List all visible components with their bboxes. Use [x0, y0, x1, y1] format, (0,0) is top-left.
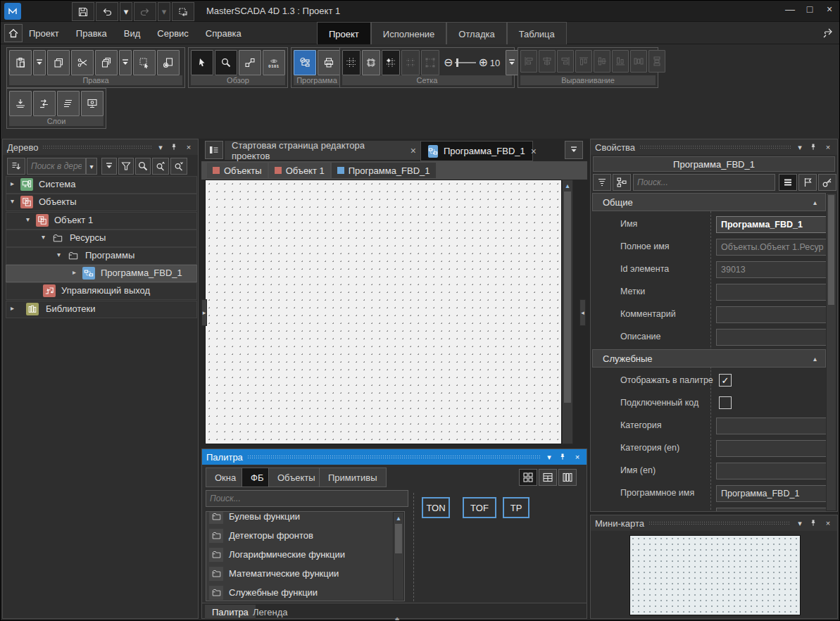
- snap-to-nodes-button[interactable]: [401, 50, 420, 75]
- paste-button[interactable]: [9, 50, 32, 75]
- category-field[interactable]: [716, 418, 826, 434]
- tags-field[interactable]: [716, 284, 826, 301]
- values-view-button[interactable]: 0101: [263, 50, 285, 75]
- palette-tab-objects[interactable]: Объекты: [268, 468, 325, 487]
- layer-order-button[interactable]: [33, 91, 56, 116]
- minimap-preview[interactable]: [629, 535, 801, 615]
- fbd-canvas[interactable]: [205, 180, 562, 444]
- tab-project[interactable]: Проект: [317, 22, 371, 45]
- tab-list-button[interactable]: [205, 141, 223, 159]
- connected-code-checkbox[interactable]: [719, 396, 732, 409]
- scrollbar-thumb[interactable]: [564, 192, 571, 403]
- block-tof[interactable]: TOF: [463, 497, 496, 518]
- section-general[interactable]: Общие▴: [592, 193, 826, 211]
- grid-size-slider[interactable]: [455, 62, 476, 63]
- undo-dropdown-button[interactable]: ▾: [120, 2, 132, 21]
- view-table-button[interactable]: [539, 469, 557, 486]
- cut-button[interactable]: [71, 50, 94, 75]
- close-button[interactable]: ×: [822, 4, 836, 15]
- tree-item-libraries[interactable]: ▸ Библиотеки: [6, 301, 197, 318]
- tree-search-input[interactable]: [27, 158, 86, 175]
- category-en-field[interactable]: [716, 440, 826, 457]
- list-item[interactable]: Служебные функции: [208, 584, 390, 601]
- tab-table[interactable]: Таблица: [507, 22, 567, 45]
- name-field[interactable]: Программа_FBD_1: [716, 216, 826, 233]
- canvas-vertical-scrollbar[interactable]: ▴: [562, 180, 573, 444]
- tree-item-programs[interactable]: ▾ Программы: [6, 247, 197, 265]
- print-grid-button[interactable]: [362, 50, 380, 75]
- close-icon[interactable]: ×: [823, 143, 833, 151]
- expander-icon[interactable]: ▾: [57, 251, 61, 258]
- tree-item-program-fbd1[interactable]: ▸ Программа_FBD_1: [6, 265, 197, 282]
- panel-menu-button[interactable]: ▾: [544, 453, 554, 462]
- program-check-button[interactable]: [294, 50, 316, 75]
- pin-icon[interactable]: [558, 453, 568, 461]
- breadcrumb-item-object1[interactable]: Объект 1: [269, 163, 330, 178]
- home-button[interactable]: [4, 24, 23, 42]
- panel-menu-button[interactable]: ▾: [156, 143, 165, 152]
- tree-item-resources[interactable]: ▾ Ресурсы: [6, 230, 197, 247]
- print-button[interactable]: [318, 50, 340, 75]
- tab-overflow-button[interactable]: [565, 141, 583, 159]
- save-button[interactable]: [72, 2, 94, 21]
- pin-icon[interactable]: [809, 143, 819, 151]
- show-grid-button[interactable]: [342, 50, 361, 75]
- menu-view[interactable]: Вид: [124, 28, 141, 39]
- program-name-field[interactable]: Программа_FBD_1: [716, 485, 826, 502]
- menu-project[interactable]: Проект: [29, 28, 59, 39]
- find-previous-button[interactable]: [152, 158, 169, 175]
- properties-search-input[interactable]: [633, 174, 775, 191]
- tree-item-control-output[interactable]: Управляющий выход: [6, 282, 197, 300]
- layer-list-button[interactable]: [57, 91, 80, 116]
- expander-icon[interactable]: ▸: [11, 304, 14, 312]
- palette-scrollbar[interactable]: ▴: [393, 512, 404, 601]
- expander-icon[interactable]: ▸: [73, 268, 76, 276]
- expander-icon[interactable]: ▸: [11, 180, 14, 187]
- align-middle-button[interactable]: [594, 50, 610, 73]
- list-item[interactable]: Детекторы фронтов: [208, 527, 390, 544]
- close-icon[interactable]: ×: [184, 143, 194, 151]
- align-right-button[interactable]: [557, 50, 574, 73]
- menu-help[interactable]: Справка: [206, 28, 242, 39]
- collapse-icon[interactable]: ▴: [813, 199, 817, 206]
- expander-icon[interactable]: ▾: [11, 197, 14, 205]
- comment-field[interactable]: [716, 306, 826, 323]
- properties-flag-button[interactable]: [798, 174, 817, 191]
- palette-splitter[interactable]: [413, 493, 414, 601]
- tree-item-objects[interactable]: ▾ Объекты: [6, 194, 197, 211]
- scroll-up-icon[interactable]: ▴: [563, 182, 572, 189]
- distribute-horizontal-button[interactable]: [630, 50, 647, 73]
- collapse-all-button[interactable]: [101, 158, 117, 175]
- pin-icon[interactable]: [170, 143, 180, 151]
- scrollbar-thumb[interactable]: [828, 195, 834, 305]
- section-service[interactable]: Служебные▴: [592, 349, 826, 368]
- block-ton[interactable]: TON: [422, 497, 450, 518]
- align-bottom-button[interactable]: [612, 50, 629, 73]
- name-en-field[interactable]: [716, 463, 826, 479]
- scrollbar-thumb[interactable]: [395, 524, 402, 553]
- panel-menu-button[interactable]: ▾: [795, 519, 805, 528]
- display-in-palette-checkbox[interactable]: ✓: [719, 374, 732, 387]
- tree-find-button[interactable]: [135, 158, 151, 175]
- view-grid-button[interactable]: [519, 469, 537, 486]
- breadcrumb-item-program[interactable]: Программа_FBD_1: [332, 163, 436, 178]
- close-icon[interactable]: ×: [410, 145, 416, 156]
- view-columns-button[interactable]: [558, 469, 577, 486]
- pin-icon[interactable]: [809, 519, 819, 527]
- links-view-button[interactable]: [239, 50, 261, 75]
- cursor-tool-button[interactable]: [191, 50, 213, 75]
- delete-button[interactable]: [157, 50, 180, 75]
- collapse-left-handle[interactable]: ▸: [201, 299, 207, 326]
- distribute-vertical-button[interactable]: [648, 50, 665, 73]
- collapse-icon[interactable]: ▴: [813, 355, 817, 363]
- close-icon[interactable]: ×: [572, 453, 582, 461]
- duplicate-options-button[interactable]: [119, 50, 132, 75]
- close-icon[interactable]: ×: [823, 519, 833, 527]
- tree-item-object1[interactable]: ▾ Объект 1: [6, 212, 197, 230]
- align-center-button[interactable]: [539, 50, 556, 73]
- reset-layout-button[interactable]: [172, 2, 194, 21]
- description-field[interactable]: [716, 329, 826, 346]
- list-item[interactable]: Математические функции: [208, 565, 390, 582]
- select-button[interactable]: [133, 50, 156, 75]
- list-item[interactable]: Логарифмические функции: [208, 546, 390, 563]
